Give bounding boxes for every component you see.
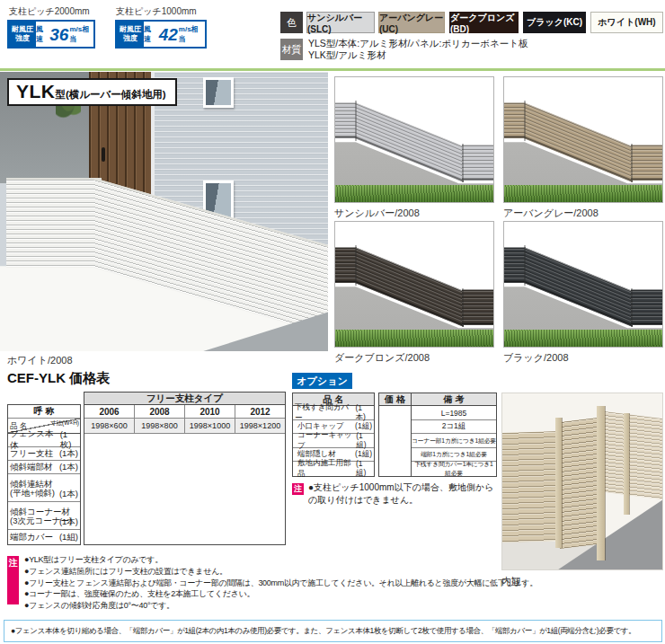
price-table: 呼 称 寸法(W×H) 品 名 フェンス本体 (1枚) フリー支柱 (1本) 傾… [7,392,286,546]
footer-note-text: ●フェンス本体を切り縮める場合、「端部カバー」が1組(2本の内1本のみ使用)必要… [11,626,635,637]
option-price-note-block: 価 格 備 考 L=1985 2コ1組 コーナー部1カ所につき1組必要 端部1カ… [378,393,497,477]
section-divider [0,68,665,71]
hero-title-main: YLK [16,81,56,102]
price-table-data-block: フリー支柱タイプ 2006 2008 2010 2012 1998×600 19… [84,392,286,545]
hero-door-handle [102,147,105,162]
fence-post [462,288,464,327]
grass [504,330,662,347]
group-header: フリー支柱タイプ [84,393,285,405]
price-empty-area [84,434,285,544]
color-label: 色 [280,12,303,33]
fence-post [524,245,526,285]
variant-photo-urbangray [503,76,663,203]
option-note-column: 備 考 L=1985 2コ1組 コーナー部1カ所につき1組必要 端部1カ所につき… [412,393,496,476]
hero-photo-white-fence: YLK 型(横ルーバー傾斜地用) [0,72,328,351]
interior-post [597,406,605,560]
material-text: YLS型/本体:アルミ形材/パネル:ポリカーボネート板 YLK型/アルミ形材 [308,38,528,61]
material-label: 材質 [280,39,303,60]
interior-post [624,413,629,516]
variant-photo-sunsilver [334,76,494,203]
option-row-corner-cap: コーナーキャップ(1組) [293,434,374,448]
footer-note-bar: ●フェンス本体を切り縮める場合、「端部カバー」が1組(2本の内1本のみ使用)必要… [4,620,662,642]
price-row-fence-body: フェンス本体 (1枚) [8,434,80,447]
material-line-yls: YLS型/本体:アルミ形材/パネル:ポリカーボネート板 [308,38,528,49]
variant-photo-black [503,221,663,348]
fence-post [355,245,357,285]
option-note-cell: コーナー部1カ所につき1組必要 [412,434,496,448]
grass [504,185,662,202]
interior-post [555,418,562,548]
wind-badge-value: 風速 42 m/s相当 [144,22,205,47]
option-note-cell: 下桟すき間カバー1本につき1組必要 [412,462,496,476]
note-badge: 注 [7,556,19,604]
hero-fence-flat-section [6,178,102,268]
color-swatch-sunsilver: サンシルバー(SLC) [306,12,375,33]
option-name-column: 品 名 下桟すき間カバー(1本) 小口キャップ(1組) コーナーキャップ(1組)… [292,393,375,477]
fence-flat-right [462,145,493,181]
wind-badge-value: 風速 36 m/s相当 [36,22,93,47]
hero-title-sub: 型(横ルーバー傾斜地用) [56,88,166,101]
interior-louver-panel [502,431,560,543]
variant-caption-darkbronze: ダークブロンズ/2008 [334,351,430,365]
note-item: ●フェンスの傾斜対応角度は0°〜40°です。 [24,600,665,612]
fence-flat-left [504,247,526,283]
color-swatch-white: ホワイト(WH) [590,12,663,33]
variant-caption-urbangray: アーバングレー/2008 [503,207,598,220]
fence-post [524,101,526,140]
fence-flat-left [335,247,357,283]
option-row-gap-cover: 下桟すき間カバー(1本) [293,406,374,420]
price-row-end-cover: 端部カバー (1組) [8,530,80,544]
option-note-cell: 2コ1組 [412,420,496,434]
fence-post [355,101,357,140]
fence-post [631,288,633,327]
interior-louver-panel [605,411,662,499]
wind-badge-left-label: 耐風圧 強度 [9,22,36,47]
fence-post [462,144,464,182]
interior-view-photo [501,393,663,570]
grass [335,185,493,202]
fence-flat-right [462,289,493,325]
price-row-slope-corner: 傾斜コーナー材(3次元コーナー) (1本) [8,502,80,530]
pitch-label-1000: 支柱ピッチ1000mm [116,5,197,18]
fence-flat-left [335,102,357,138]
pitch-label-2000: 支柱ピッチ2000mm [9,5,90,18]
option-price-column: 価 格 [379,393,412,476]
grass [335,330,493,347]
wind-badge-2000: 耐風圧 強度 風速 36 m/s相当 [7,20,95,49]
variant-photo-darkbronze [334,221,494,348]
note-item: ●コーナー部は、強度確保のため、支柱を2本施工してください。 [24,588,665,600]
fence-post [631,144,633,182]
variant-caption-sunsilver: サンシルバー/2008 [334,207,420,220]
hero-window-upper [203,77,234,108]
wind-badge-1000: 耐風圧 強度 風速 42 m/s相当 [115,20,207,49]
option-note-cell: L=1985 [412,406,496,420]
price-row-slope-end: 傾斜端部材 (1本) [8,461,80,474]
color-swatch-urbangray: アーバングレー(UC) [378,12,445,33]
color-swatch-black: ブラック(KC) [523,12,586,33]
option-header: オプション [292,373,352,389]
fence-flat-right [631,145,662,181]
fence-flat-left [504,102,526,138]
catalog-page: 支柱ピッチ2000mm 耐風圧 強度 風速 36 m/s相当 支柱ピッチ1000… [0,0,665,644]
fence-flat-right [631,289,662,325]
price-row-slope-joint: 傾斜連結材(平地+傾斜) (1本) [8,474,80,502]
color-swatch-darkbronze: ダークブロンズ(BD) [449,12,519,33]
option-row-site-parts: 敷地内施工用部品(1組) [293,462,374,476]
option-col-price-header: 価 格 [379,393,411,406]
option-note-badge: 注 [292,483,304,495]
price-table-name-column: 呼 称 寸法(W×H) 品 名 フェンス本体 (1枚) フリー支柱 (1本) 傾… [7,404,81,545]
material-line-ylk: YLK型/アルミ形材 [308,49,528,61]
option-col-note-header: 備 考 [412,393,496,406]
wind-badge-left-label: 耐風圧 強度 [117,22,144,47]
hero-caption: ホワイト/2008 [7,354,73,367]
code-row: 2006 2008 2010 2012 [84,405,285,419]
option-price-empty [379,406,411,476]
option-table: 品 名 下桟すき間カバー(1本) 小口キャップ(1組) コーナーキャップ(1組)… [292,393,497,477]
note-item: ●フリー支柱とフェンス連結部および端部・コーナー部の間隔は、300mm以内で施工… [24,578,665,589]
interior-caption: 内観 [501,575,521,588]
price-row-free-post: フリー支柱 (1本) [8,447,80,461]
hero-title-box: YLK 型(横ルーバー傾斜地用) [7,78,177,106]
variant-caption-black: ブラック/2008 [503,351,569,365]
option-note-text: ●支柱ピッチ1000mm以下の場合、敷地側からの取り付けはできません。 [308,481,497,506]
size-row: 1998×600 1998×800 1998×1000 1998×1200 [84,419,285,434]
